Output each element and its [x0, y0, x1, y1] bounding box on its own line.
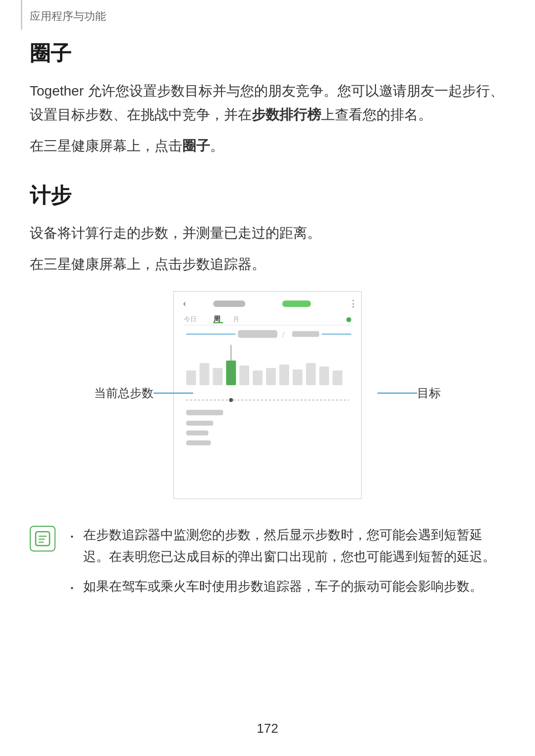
svg-text:月: 月	[233, 315, 239, 323]
section-title-jibu: 计步	[30, 182, 505, 209]
note-text-2: 如果在驾车或乘火车时使用步数追踪器，车子的振动可能会影响步数。	[83, 575, 482, 597]
note-text-1: 在步数追踪器中监测您的步数，然后显示步数时，您可能会遇到短暂延迟。在表明您已达成…	[83, 524, 505, 567]
pencil-note-icon	[34, 530, 52, 548]
label-current-steps: 当前总步数	[94, 385, 154, 401]
svg-text:/: /	[282, 330, 285, 339]
svg-rect-24	[332, 370, 342, 385]
left-connector-line	[154, 393, 193, 394]
svg-rect-28	[186, 410, 223, 415]
svg-rect-29	[186, 421, 214, 426]
svg-rect-31	[186, 440, 211, 445]
svg-rect-14	[200, 363, 210, 385]
svg-rect-2	[282, 301, 311, 307]
breadcrumb: 应用程序与功能	[30, 9, 106, 24]
svg-rect-23	[319, 366, 329, 385]
svg-rect-30	[186, 431, 209, 436]
svg-text:今日: 今日	[184, 315, 197, 323]
section1-para1: Together 允许您设置步数目标并与您的朋友竞争。您可以邀请朋友一起步行、设…	[30, 79, 505, 126]
bullet-1: ・	[65, 526, 78, 548]
section2-para2: 在三星健康屏幕上，点击步数追踪器。	[30, 252, 505, 276]
section-qianzi: 圈子 Together 允许您设置步数目标并与您的朋友竞争。您可以邀请朋友一起步…	[30, 40, 505, 158]
section-title-qianzi: 圈子	[30, 40, 505, 67]
svg-point-8	[346, 317, 351, 322]
svg-rect-12	[292, 331, 320, 337]
svg-rect-15	[213, 368, 223, 385]
right-connector-line	[377, 393, 417, 394]
content-area: 圈子 Together 允许您设置步数目标并与您的朋友竞争。您可以邀请朋友一起步…	[30, 40, 505, 607]
svg-text:‹: ‹	[183, 297, 186, 309]
svg-text:周: 周	[213, 315, 220, 323]
svg-rect-10	[238, 330, 277, 338]
left-border	[21, 0, 22, 30]
screenshot-wrapper: 当前总步数 ‹ ⋮ 今日 周 月	[30, 291, 505, 499]
bold-text-1: 步数排行榜	[252, 107, 321, 122]
svg-rect-20	[279, 364, 289, 385]
svg-rect-18	[253, 370, 263, 385]
note-section: ・ 在步数追踪器中监测您的步数，然后显示步数时，您可能会遇到短暂延迟。在表明您已…	[30, 524, 505, 607]
note-item-1: ・ 在步数追踪器中监测您的步数，然后显示步数时，您可能会遇到短暂延迟。在表明您已…	[65, 524, 505, 567]
section-jibu: 计步 设备将计算行走的步数，并测量已走过的距离。 在三星健康屏幕上，点击步数追踪…	[30, 182, 505, 607]
note-icon	[30, 526, 55, 552]
svg-rect-19	[266, 368, 276, 385]
bold-text-2: 圈子	[182, 138, 210, 153]
page-number: 172	[257, 721, 278, 736]
note-content: ・ 在步数追踪器中监测您的步数，然后显示步数时，您可能会遇到短暂延迟。在表明您已…	[65, 524, 505, 607]
section2-para1: 设备将计算行走的步数，并测量已走过的距离。	[30, 221, 505, 245]
svg-rect-17	[239, 365, 249, 385]
label-goal: 目标	[417, 385, 441, 401]
svg-rect-21	[293, 369, 303, 385]
note-item-2: ・ 如果在驾车或乘火车时使用步数追踪器，车子的振动可能会影响步数。	[65, 575, 505, 599]
svg-text:⋮: ⋮	[349, 299, 358, 308]
section1-para2: 在三星健康屏幕上，点击圈子。	[30, 134, 505, 158]
svg-rect-13	[186, 370, 196, 385]
svg-rect-22	[306, 363, 316, 385]
svg-point-27	[229, 398, 233, 402]
bullet-2: ・	[65, 577, 78, 599]
svg-rect-1	[214, 301, 246, 307]
device-screenshot: ‹ ⋮ 今日 周 月 /	[173, 291, 362, 499]
